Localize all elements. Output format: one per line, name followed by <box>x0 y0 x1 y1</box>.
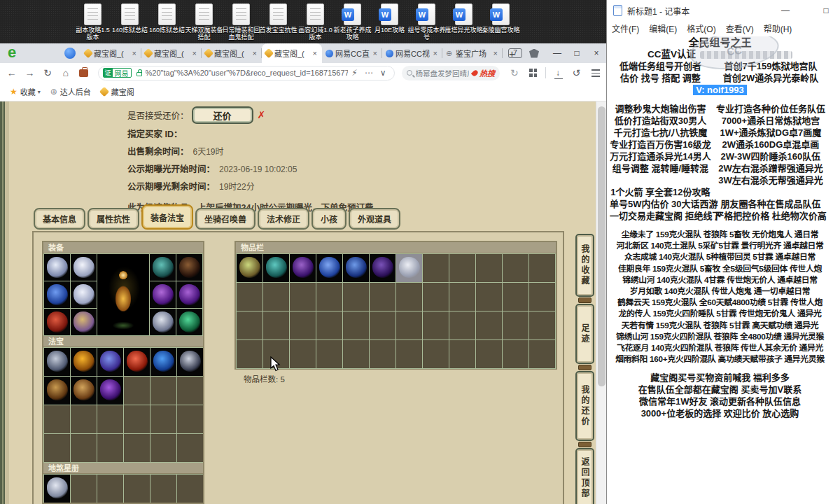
close-button[interactable]: × <box>587 48 606 58</box>
tab-close-icon[interactable]: × <box>251 49 258 57</box>
forward-button[interactable]: → <box>21 67 39 78</box>
equip-slot[interactable] <box>44 254 70 281</box>
url-text[interactable]: %20"tag"%3A%20"user"%7D&reco_request_id=… <box>146 69 349 77</box>
browser-tab[interactable]: 网易CC视× <box>382 43 442 63</box>
address-bar[interactable]: 证 网易 %20"tag"%3A%20"user"%7D&reco_reques… <box>98 66 395 80</box>
side-button-返回顶部[interactable]: 返回顶部 <box>575 448 594 504</box>
desktop-icon[interactable]: 日常睡装和回血鬼搭配 <box>223 1 260 41</box>
browser-logo-icon[interactable]: e <box>3 45 21 62</box>
notepad-menu-item[interactable]: 查看(V) <box>721 22 759 34</box>
bolt-icon[interactable]: ⚡ <box>348 68 360 78</box>
desktop-icon[interactable]: 140炼狱总结 <box>111 1 148 41</box>
item-bar-slot[interactable] <box>343 254 369 282</box>
tab-外观道具[interactable]: 外观道具 <box>349 208 400 230</box>
desktop-icon[interactable]: W新老孩子养成攻略 <box>334 1 371 41</box>
equip-slot[interactable] <box>71 309 97 335</box>
item-bar-slot[interactable] <box>263 254 289 282</box>
equip-slot[interactable] <box>44 309 70 335</box>
fabao-slot[interactable] <box>71 348 97 376</box>
page-scrollbar[interactable] <box>596 102 606 504</box>
bookmark-item[interactable]: ⊕达人后台 <box>50 86 91 97</box>
skin-icon[interactable] <box>529 49 539 58</box>
more-icon[interactable]: ⋯ <box>361 68 377 78</box>
notepad-menu-item[interactable]: 格式(O) <box>682 22 720 34</box>
desktop-icon[interactable]: W组号零成本养号 <box>408 1 445 41</box>
tab-close-icon[interactable]: × <box>492 49 499 57</box>
browser-tab[interactable]: ⊕鉴宝广场× <box>442 43 503 63</box>
notepad-menu-item[interactable]: 编辑(E) <box>644 22 682 34</box>
tab-close-icon[interactable]: × <box>372 49 379 57</box>
bookmark-item[interactable]: 藏宝阁 <box>101 86 134 97</box>
sync-icon[interactable]: ↻ <box>505 67 524 78</box>
browser-tab[interactable]: 网易CC直× <box>322 43 382 63</box>
scrollbar-thumb[interactable] <box>598 106 606 386</box>
notepad-text-area[interactable]: CC 全民组号之王CC蓝V认证低端任务组号开创者首创7千159炼狱地宫队估价 找… <box>607 36 833 504</box>
tab-法术修正[interactable]: 法术修正 <box>258 208 309 230</box>
side-button-我的收藏[interactable]: 我的收藏 <box>575 234 594 297</box>
browser-tab[interactable]: 藏宝阁_(× <box>81 43 141 63</box>
desktop-icon[interactable]: 天梯双魔装备搭配 <box>186 1 223 41</box>
fabao-slot[interactable] <box>177 348 203 376</box>
item-bar-slot[interactable] <box>316 254 342 282</box>
browser-tab[interactable]: 藏宝阁_(× <box>202 43 262 63</box>
pinned-tab-icon[interactable] <box>64 48 76 59</box>
minimize-button[interactable]: — <box>547 48 567 58</box>
back-button[interactable]: ← <box>3 67 21 78</box>
tab-close-icon[interactable]: × <box>191 49 198 57</box>
item-bar-slot[interactable] <box>370 254 396 282</box>
notepad-menu-item[interactable]: 文件(F) <box>607 22 644 34</box>
equip-slot[interactable] <box>44 281 70 308</box>
item-bar-slot[interactable] <box>396 254 422 282</box>
briefcase-icon[interactable] <box>79 69 88 77</box>
fabao-slot[interactable] <box>124 348 150 376</box>
desktop-icon[interactable]: W月10E攻略 <box>371 1 408 41</box>
desktop-icon[interactable]: W雁塔异光攻略 <box>445 1 482 41</box>
search-suggestion-text[interactable]: 杨幂盘发梦回晴川 <box>416 68 470 78</box>
counteroffer-button[interactable]: 还价 <box>192 106 253 124</box>
fabao-slot[interactable] <box>97 377 123 405</box>
tab-close-icon[interactable]: × <box>131 49 138 57</box>
tab-小孩[interactable]: 小孩 <box>312 208 346 230</box>
equip-slot[interactable] <box>71 254 97 281</box>
notepad-minimize-button[interactable]: — <box>775 0 796 21</box>
dropdown-icon[interactable]: ∨ <box>377 68 390 78</box>
desktop-icon[interactable]: 首发宝宝抗性 <box>260 1 297 41</box>
desktop-icon[interactable]: 副本攻略1.5版本 <box>74 1 111 41</box>
fabao-slot[interactable] <box>44 377 70 405</box>
maximize-button[interactable]: □ <box>567 48 587 58</box>
desktop-icon[interactable]: 160炼狱总结 <box>148 1 186 41</box>
browser-tab[interactable]: 藏宝阁_(× <box>141 43 202 63</box>
menu-icon[interactable] <box>592 69 600 77</box>
search-box[interactable]: 杨幂盘发梦回晴川 热搜 <box>402 66 500 80</box>
tab-基本信息[interactable]: 基本信息 <box>34 208 85 230</box>
apps-grid-icon[interactable] <box>529 69 537 77</box>
character-portrait[interactable] <box>97 254 149 335</box>
equip-slot[interactable] <box>176 281 202 308</box>
equip-slot[interactable] <box>150 254 176 281</box>
notepad-maximize-button[interactable]: □ <box>816 0 833 21</box>
side-button-足迹[interactable]: 足迹 <box>575 304 594 364</box>
item-bar-slot[interactable] <box>290 254 316 282</box>
badge-7-icon[interactable]: 7 <box>508 48 522 58</box>
tab-坐骑召唤兽[interactable]: 坐骑召唤兽 <box>195 208 255 230</box>
notepad-menu-item[interactable]: 帮助(H) <box>759 22 797 34</box>
bookmark-item[interactable]: ★收藏▾ <box>10 86 41 97</box>
desktop-icon[interactable]: 画容幻域1.0版本 <box>297 1 334 41</box>
desktop-icon[interactable]: W秦陵幽宫攻略 <box>482 1 519 41</box>
equip-slot[interactable] <box>176 309 202 335</box>
equip-slot[interactable] <box>71 281 97 308</box>
reload-button[interactable]: ↻ <box>38 67 57 78</box>
tab-装备法宝[interactable]: 装备法宝 <box>141 204 193 230</box>
undo-icon[interactable]: ↺ <box>567 67 585 78</box>
equip-slot[interactable] <box>150 281 176 308</box>
fabao-slot[interactable] <box>71 377 97 405</box>
equip-slot[interactable] <box>150 309 176 335</box>
side-button-我的还价[interactable]: 我的还价 <box>575 371 594 441</box>
equip-slot[interactable] <box>176 254 202 281</box>
tab-属性抗性[interactable]: 属性抗性 <box>88 208 139 230</box>
home-button[interactable]: ⌂ <box>57 67 75 78</box>
fabao-slot[interactable] <box>150 348 176 376</box>
tab-close-icon[interactable]: × <box>312 49 318 57</box>
fabao-slot[interactable] <box>97 348 123 376</box>
item-bar-slot[interactable] <box>237 254 262 282</box>
